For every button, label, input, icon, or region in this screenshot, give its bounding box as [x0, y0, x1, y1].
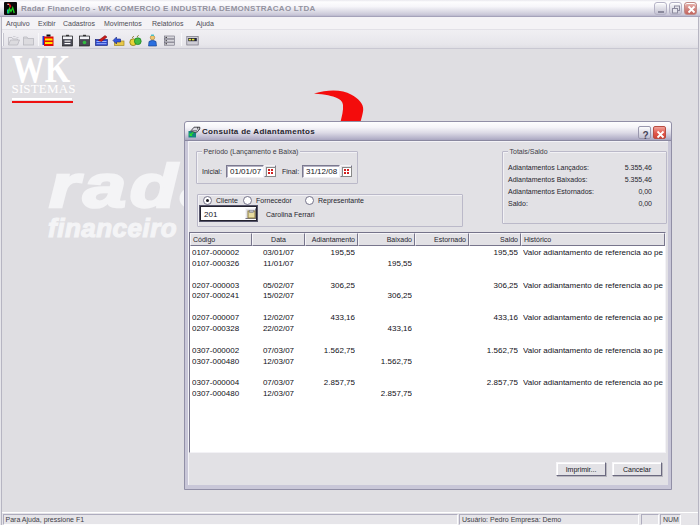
svg-text:?: ? — [643, 130, 649, 141]
